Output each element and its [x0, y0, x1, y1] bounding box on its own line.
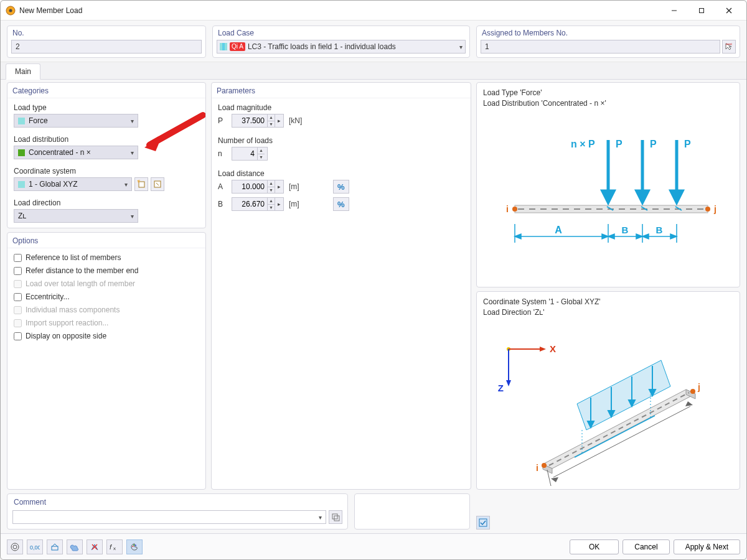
- chevron-down-icon: ▾: [319, 514, 322, 521]
- b-spinner[interactable]: ▲▼ ▸: [232, 197, 284, 211]
- ok-button[interactable]: OK: [570, 539, 619, 554]
- tool-units[interactable]: 0,00: [27, 539, 43, 554]
- svg-point-75: [133, 544, 134, 546]
- a-symbol: A: [218, 182, 227, 191]
- a-spinner[interactable]: ▲▼ ▸: [232, 180, 284, 194]
- new-coord-button[interactable]: [134, 177, 148, 191]
- preview-tool-button[interactable]: [476, 516, 490, 530]
- preview-top-line2: Load Distribution 'Concentrated - n ×': [483, 98, 733, 109]
- pick-member-button[interactable]: [722, 40, 736, 54]
- panel-preview-top: Load Type 'Force' Load Distribution 'Con…: [476, 82, 740, 287]
- opt-reference-list[interactable]: Reference to list of members: [14, 253, 199, 262]
- chevron-down-icon: ▾: [131, 149, 134, 156]
- tool-help[interactable]: [7, 539, 23, 554]
- p-spinner[interactable]: ▲▼ ▸: [232, 114, 284, 128]
- no-input-field[interactable]: [16, 40, 197, 53]
- tab-main[interactable]: Main: [6, 63, 40, 80]
- a-input[interactable]: [232, 180, 267, 193]
- opt-opposite-side[interactable]: Display on opposite side: [14, 332, 199, 340]
- magnitude-label: Load magnitude: [218, 103, 464, 112]
- load-type-combo[interactable]: Force ▾: [14, 114, 138, 128]
- load-type-value: Force: [29, 116, 131, 125]
- svg-rect-63: [332, 514, 337, 519]
- svg-point-1: [9, 9, 12, 12]
- cancel-button[interactable]: Cancel: [622, 539, 669, 554]
- svg-point-67: [13, 545, 17, 549]
- p-step-up[interactable]: ▲: [268, 114, 275, 121]
- p-forward-button[interactable]: ▸: [275, 114, 283, 127]
- svg-rect-11: [139, 182, 144, 187]
- titlebar: New Member Load: [1, 1, 746, 21]
- p-input[interactable]: [232, 114, 267, 127]
- svg-text:B: B: [656, 225, 663, 235]
- categories-title: Categories: [7, 83, 205, 98]
- p-unit: [kN]: [289, 116, 302, 125]
- tool-view[interactable]: [47, 539, 63, 554]
- svg-rect-65: [479, 519, 487, 526]
- b-input[interactable]: [232, 198, 267, 210]
- assigned-label: Assigned to Members No.: [481, 29, 736, 37]
- p-step-down[interactable]: ▼: [268, 121, 275, 128]
- tool-remove[interactable]: [87, 539, 103, 554]
- b-step-down[interactable]: ▼: [268, 205, 275, 211]
- edit-coord-button[interactable]: [151, 177, 164, 191]
- options-title: Options: [7, 233, 205, 248]
- parameters-title: Parameters: [212, 83, 471, 98]
- b-percent-button[interactable]: %: [333, 197, 349, 211]
- a-forward-button[interactable]: ▸: [275, 180, 283, 193]
- comment-library-button[interactable]: [329, 510, 342, 524]
- b-forward-button[interactable]: ▸: [275, 198, 283, 210]
- n-input[interactable]: [232, 147, 257, 160]
- chevron-down-icon: ▾: [125, 181, 128, 188]
- opt-refer-end-label: Refer distance to the member end: [26, 266, 138, 275]
- minimize-button[interactable]: [660, 2, 688, 19]
- panel-comment: Comment ▾: [7, 493, 348, 530]
- tool-cloud[interactable]: [67, 539, 83, 554]
- maximize-button[interactable]: [688, 2, 715, 19]
- b-step-up[interactable]: ▲: [268, 198, 275, 205]
- header-assigned: Assigned to Members No.: [476, 26, 740, 58]
- loadcase-combo[interactable]: Qi A LC3 - Traffic loads in field 1 - in…: [217, 40, 466, 54]
- opt-refer-end[interactable]: Refer distance to the member end: [14, 266, 199, 275]
- comment-combo[interactable]: ▾: [12, 510, 326, 524]
- svg-text:i: i: [536, 463, 538, 473]
- a-unit: [m]: [289, 182, 299, 191]
- close-button[interactable]: [715, 2, 743, 19]
- n-step-up[interactable]: ▲: [258, 147, 265, 154]
- panel-preview-bottom: Coordinate System '1 - Global XYZ' Load …: [476, 291, 740, 490]
- load-direction-combo[interactable]: Z﻿ʟ ▾: [14, 209, 138, 223]
- n-spinner[interactable]: ▲▼: [232, 147, 268, 161]
- svg-point-16: [512, 207, 517, 212]
- assigned-input[interactable]: [481, 40, 720, 54]
- no-label: No.: [11, 29, 202, 37]
- dialog-window: New Member Load No. Load Case Qi A LC3 -…: [0, 0, 747, 560]
- load-distribution-swatch-icon: [18, 149, 25, 156]
- n-step-down[interactable]: ▼: [258, 154, 265, 161]
- preview-top-diagram: i j n × P P P P: [477, 111, 740, 287]
- a-step-down[interactable]: ▼: [268, 187, 275, 194]
- loadcase-text: LC3 - Traffic loads in field 1 - individ…: [248, 42, 457, 51]
- no-input[interactable]: [11, 40, 202, 54]
- svg-point-49: [542, 463, 547, 468]
- opt-mass-components: Individual mass components: [14, 306, 199, 314]
- load-direction-label: Load direction: [14, 198, 199, 207]
- svg-text:P: P: [650, 139, 657, 149]
- svg-text:n × P: n × P: [571, 139, 595, 149]
- distance-label: Load distance: [218, 169, 464, 178]
- assigned-input-field[interactable]: [485, 40, 716, 53]
- header-no: No.: [7, 26, 206, 58]
- load-distribution-label: Load distribution: [14, 135, 199, 144]
- a-step-up[interactable]: ▲: [268, 180, 275, 187]
- tool-palette[interactable]: [126, 539, 143, 554]
- b-unit: [m]: [289, 200, 299, 208]
- svg-text:A: A: [555, 225, 562, 235]
- preview-top-line1: Load Type 'Force': [483, 88, 733, 98]
- apply-next-button[interactable]: Apply & Next: [674, 539, 740, 554]
- load-type-label: Load type: [14, 103, 199, 112]
- tool-function[interactable]: fx: [106, 539, 123, 554]
- load-distribution-combo[interactable]: Concentrated - n × ▾: [14, 146, 138, 159]
- opt-eccentricity[interactable]: Eccentricity...: [14, 292, 199, 301]
- a-percent-button[interactable]: %: [333, 180, 349, 194]
- svg-rect-7: [222, 43, 225, 50]
- coord-combo[interactable]: 1 - Global XYZ ▾: [14, 177, 132, 191]
